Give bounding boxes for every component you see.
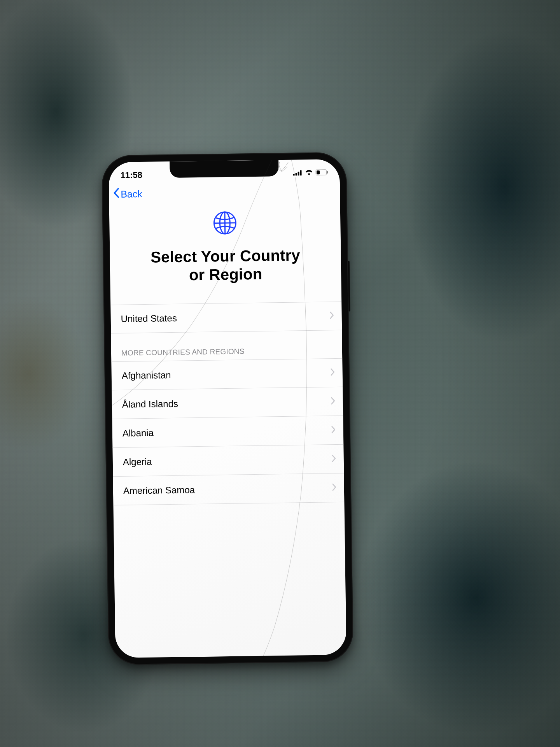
list-item-label: Afghanistan	[122, 370, 171, 381]
status-indicators	[293, 167, 328, 178]
list-item-algeria[interactable]: Algeria	[112, 445, 344, 477]
back-label: Back	[121, 188, 142, 200]
list-item-afghanistan[interactable]: Afghanistan	[111, 358, 343, 390]
section-header-more: MORE COUNTRIES AND REGIONS	[111, 330, 342, 361]
wifi-icon	[304, 168, 313, 178]
svg-line-10	[225, 212, 225, 234]
list-item-label: Åland Islands	[122, 398, 178, 410]
chevron-right-icon	[332, 454, 336, 464]
hero-section: Select Your Country or Region	[109, 202, 342, 305]
svg-rect-6	[317, 170, 320, 174]
chevron-right-icon	[330, 312, 334, 321]
list-item-label: Algeria	[123, 456, 152, 468]
cellular-icon	[293, 168, 302, 178]
list-item-albania[interactable]: Albania	[112, 416, 343, 448]
chevron-right-icon	[331, 368, 335, 378]
list-item-aland-islands[interactable]: Åland Islands	[112, 387, 343, 419]
globe-icon	[121, 209, 329, 238]
title-line-2: or Region	[189, 265, 262, 284]
svg-rect-5	[327, 171, 328, 174]
phone-screen: 11:58 Back	[108, 159, 346, 658]
svg-rect-2	[298, 172, 299, 175]
battery-icon	[315, 167, 328, 177]
svg-rect-3	[300, 170, 301, 175]
country-list: United States MORE COUNTRIES AND REGIONS…	[110, 302, 344, 505]
list-item-american-samoa[interactable]: American Samoa	[113, 473, 344, 505]
page-title: Select Your Country or Region	[121, 245, 329, 285]
chevron-right-icon	[331, 426, 336, 435]
list-item-label: American Samoa	[123, 484, 195, 496]
status-time: 11:58	[120, 170, 142, 181]
chevron-right-icon	[331, 397, 335, 406]
display-notch	[170, 160, 279, 178]
iphone-device: 11:58 Back	[102, 152, 354, 665]
back-button[interactable]: Back	[113, 187, 142, 201]
list-item-label: United States	[121, 313, 177, 324]
svg-rect-0	[293, 174, 295, 176]
title-line-1: Select Your Country	[150, 246, 300, 265]
navigation-bar: Back	[109, 180, 340, 205]
chevron-right-icon	[332, 483, 336, 493]
list-item-united-states[interactable]: United States	[110, 302, 342, 333]
chevron-left-icon	[113, 188, 120, 201]
list-item-label: Albania	[122, 428, 154, 439]
svg-rect-1	[296, 173, 297, 175]
